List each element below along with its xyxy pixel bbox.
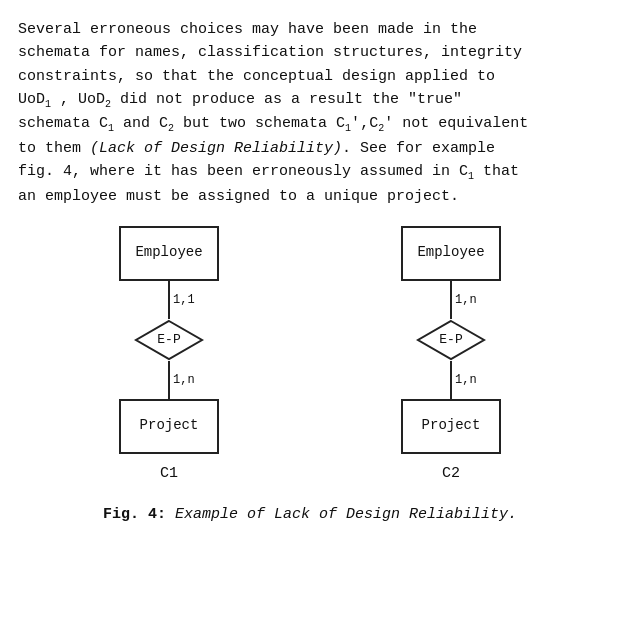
text-line-5: schemata C1 and C2 but two schemata C1',… bbox=[18, 112, 602, 137]
c2-project-box: Project bbox=[401, 399, 501, 454]
main-paragraph: Several erroneous choices may have been … bbox=[18, 18, 602, 208]
c2-bottom-connector-label: 1,n bbox=[455, 371, 477, 390]
diagram-c2: Employee 1,n E-P 1,n Project C2 bbox=[401, 226, 501, 485]
text-line-7: fig. 4, where it has been erroneously as… bbox=[18, 160, 602, 185]
text-line-4: UoD1 , UoD2 did not produce as a result … bbox=[18, 88, 602, 113]
diagrams-container: Employee 1,1 E-P 1,n Project C1 Empl bbox=[18, 226, 602, 485]
figure-caption: Fig. 4: Example of Lack of Design Reliab… bbox=[18, 503, 602, 526]
text-line-1: Several erroneous choices may have been … bbox=[18, 18, 602, 41]
c1-top-connector-label: 1,1 bbox=[173, 291, 195, 310]
text-line-3: constraints, so that the conceptual desi… bbox=[18, 65, 602, 88]
c2-diamond: E-P bbox=[416, 319, 486, 361]
caption-label: Fig. 4: bbox=[103, 506, 166, 523]
c1-bottom-connector-label: 1,n bbox=[173, 371, 195, 390]
text-line-2: schemata for names, classification struc… bbox=[18, 41, 602, 64]
c2-top-connector-label: 1,n bbox=[455, 291, 477, 310]
c1-label: C1 bbox=[160, 462, 178, 485]
c1-project-box: Project bbox=[119, 399, 219, 454]
c1-diamond: E-P bbox=[134, 319, 204, 361]
c2-employee-box: Employee bbox=[401, 226, 501, 281]
caption-text: Example of Lack of Design Reliability. bbox=[166, 506, 517, 523]
text-line-8: an employee must be assigned to a unique… bbox=[18, 185, 602, 208]
c1-employee-box: Employee bbox=[119, 226, 219, 281]
diagram-c1: Employee 1,1 E-P 1,n Project C1 bbox=[119, 226, 219, 485]
c2-label: C2 bbox=[442, 462, 460, 485]
text-line-6: to them (Lack of Design Reliability). Se… bbox=[18, 137, 602, 160]
